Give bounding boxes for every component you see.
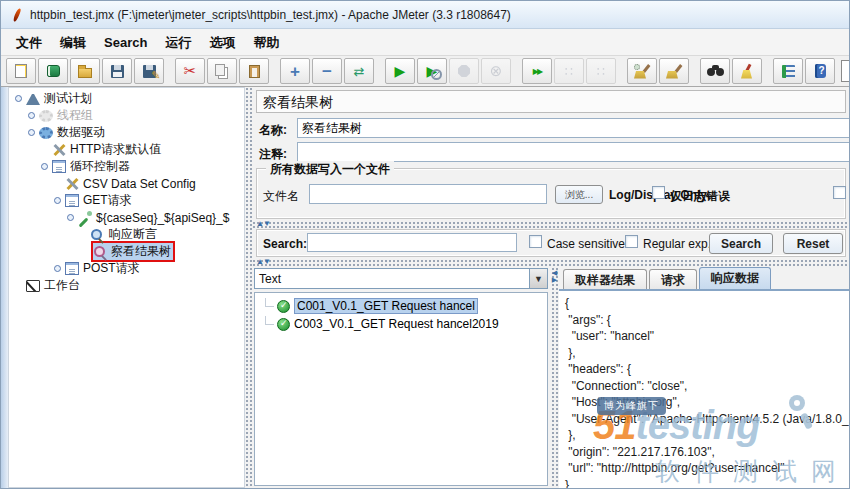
function-helper-button[interactable]: [773, 58, 803, 84]
cut-button[interactable]: [175, 58, 205, 84]
tree-item[interactable]: 数据驱动: [9, 124, 244, 141]
search-input[interactable]: [307, 233, 517, 252]
jmeter-window: httpbin_test.jmx (F:\jmeter\jmeter_scrip…: [0, 0, 850, 489]
tree-item-label: HTTP请求默认值: [70, 141, 161, 158]
tree-item[interactable]: POST请求: [9, 260, 244, 277]
clear-all-button[interactable]: [659, 58, 689, 84]
config-splitter[interactable]: ▲▼: [252, 221, 849, 228]
templates-button[interactable]: [38, 58, 68, 84]
splitter-arrows-icon[interactable]: ◀▶: [551, 269, 558, 283]
menu-item-4[interactable]: 选项: [200, 29, 244, 56]
left-edge-strip: [1, 87, 8, 488]
collapse-all-button[interactable]: [312, 58, 342, 84]
tree-item[interactable]: CSV Data Set Config: [9, 175, 244, 192]
successes-only-checkbox[interactable]: [833, 186, 846, 199]
shutdown-icon: [487, 62, 505, 80]
sampler-icon: [78, 211, 92, 225]
tab-request[interactable]: 请求: [649, 269, 697, 289]
search-button[interactable]: [700, 58, 730, 84]
menu-item-3[interactable]: 运行: [156, 29, 200, 56]
start-button[interactable]: [385, 58, 415, 84]
menu-item-2[interactable]: Search: [95, 29, 156, 56]
splitter-arrows-icon[interactable]: ▲▼: [256, 220, 270, 228]
open-file-button[interactable]: [70, 58, 100, 84]
errors-only-checkbox[interactable]: [652, 186, 665, 199]
cut-icon: [181, 62, 199, 80]
toolbar: [1, 56, 849, 87]
result-item[interactable]: C003_V0.1_GET Request hancel2019: [255, 315, 547, 333]
remote-start-button[interactable]: [522, 58, 552, 84]
paste-button[interactable]: [239, 58, 269, 84]
tree-item[interactable]: 线程组: [9, 107, 244, 124]
remote-start-all-button: [554, 58, 584, 84]
tree-expand-handle[interactable]: [67, 214, 74, 221]
tab-sampler-result[interactable]: 取样器结果: [563, 269, 647, 289]
tree-item[interactable]: 测试计划: [9, 90, 244, 107]
filename-input[interactable]: [309, 184, 547, 204]
results-splitter[interactable]: ▲▼: [252, 259, 849, 266]
remote-stop-icon: [592, 62, 610, 80]
results-vertical-splitter[interactable]: ◀▶: [551, 267, 558, 488]
reset-button[interactable]: Reset: [783, 233, 843, 254]
controller-icon: [52, 160, 66, 173]
search-panel: Search: Case sensitive Regular exp. Sear…: [256, 229, 846, 257]
stop-button: [449, 58, 479, 84]
tree-expand-handle[interactable]: [41, 163, 48, 170]
help-button[interactable]: [805, 58, 835, 84]
menu-item-0[interactable]: 文件: [7, 29, 51, 56]
tree-spacer: [41, 146, 48, 153]
splitter-arrows-icon[interactable]: ▲▼: [256, 258, 270, 266]
open-file-icon: [78, 68, 92, 78]
function-helper-icon: [782, 65, 795, 78]
view-selector-dropdown[interactable]: Text ▼: [254, 268, 548, 289]
chevron-down-icon[interactable]: ▼: [529, 269, 547, 288]
start-no-pauses-icon: [423, 62, 441, 80]
remote-start-icon: [528, 62, 546, 80]
menu-item-1[interactable]: 编辑: [51, 29, 95, 56]
expand-all-button[interactable]: [280, 58, 310, 84]
browse-button[interactable]: 浏览...: [555, 185, 603, 204]
name-input[interactable]: [297, 118, 850, 138]
save-button[interactable]: [102, 58, 132, 84]
save-icon: [111, 65, 124, 78]
success-shield-icon: [277, 318, 290, 331]
search-button[interactable]: Search: [709, 233, 773, 254]
tree-expand-handle[interactable]: [54, 265, 61, 272]
tree-expand-handle[interactable]: [15, 95, 22, 102]
search-reset-button[interactable]: [732, 58, 762, 84]
save-as-button[interactable]: [134, 58, 164, 84]
tree-expand-handle[interactable]: [28, 129, 35, 136]
clear-button[interactable]: [627, 58, 657, 84]
results-tree-pane: Text ▼ C001_V0.1_GET Request hancelC003_…: [252, 267, 551, 488]
toggle-button[interactable]: [344, 58, 374, 84]
stop-icon: [458, 65, 470, 77]
tree-expand-handle[interactable]: [28, 112, 35, 119]
tree-item[interactable]: GET请求: [9, 192, 244, 209]
copy-button[interactable]: [207, 58, 237, 84]
tree-item[interactable]: 察看结果树: [9, 243, 244, 260]
filename-label: 文件名: [263, 188, 299, 205]
case-sensitive-checkbox[interactable]: [529, 235, 542, 248]
result-item[interactable]: C001_V0.1_GET Request hancel: [255, 297, 547, 315]
gear-blue-icon: [39, 127, 53, 139]
comments-input[interactable]: [297, 142, 850, 162]
tree-item[interactable]: HTTP请求默认值: [9, 141, 244, 158]
selected-tree-node[interactable]: 察看结果树: [91, 241, 175, 262]
new-file-button[interactable]: [6, 58, 36, 84]
response-tabs: 取样器结果请求响应数据: [559, 267, 849, 289]
tree-splitter[interactable]: [245, 87, 252, 488]
tree-item[interactable]: 工作台: [9, 277, 244, 294]
tab-response-data[interactable]: 响应数据: [699, 267, 771, 289]
tree-item[interactable]: ${caseSeq}_${apiSeq}_$: [9, 209, 244, 226]
menu-item-5[interactable]: 帮助: [244, 29, 288, 56]
regular-exp-checkbox[interactable]: [625, 235, 638, 248]
assertion-magnifier-icon: [91, 228, 105, 242]
controller-icon: [65, 194, 79, 207]
save-as-icon: [143, 65, 156, 78]
remote-stop-button: [586, 58, 616, 84]
toolbar-separator: [690, 58, 699, 84]
start-no-pauses-button[interactable]: [417, 58, 447, 84]
listener-icon: [94, 245, 108, 259]
tree-expand-handle[interactable]: [54, 197, 61, 204]
tree-item[interactable]: 循环控制器: [9, 158, 244, 175]
